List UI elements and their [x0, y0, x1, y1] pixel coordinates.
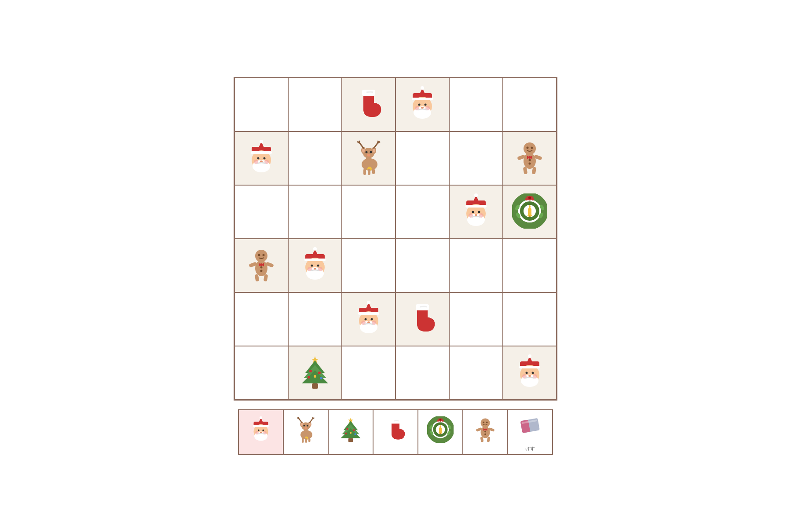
svg-rect-188: [391, 419, 401, 424]
svg-rect-122: [416, 304, 429, 310]
svg-rect-177: [308, 438, 311, 442]
svg-point-85: [255, 250, 267, 262]
grid-cell-3-2[interactable]: [342, 239, 395, 292]
grid-cell-4-5[interactable]: [503, 293, 556, 346]
icon-stocking: [405, 301, 440, 338]
svg-rect-12: [412, 98, 433, 100]
icon-santa: [297, 247, 333, 284]
grid-cell-5-0[interactable]: [235, 346, 288, 399]
grid-cell-1-4[interactable]: [450, 132, 502, 185]
svg-rect-127: [312, 383, 318, 389]
grid-cell-5-1[interactable]: [289, 346, 341, 399]
grid-cell-2-3[interactable]: [396, 186, 449, 238]
svg-point-21: [260, 160, 263, 162]
palette-item-reindeer[interactable]: [284, 410, 328, 454]
palette[interactable]: けす: [238, 409, 553, 455]
svg-point-128: [309, 370, 312, 372]
grid-cell-3-5[interactable]: [503, 239, 556, 292]
grid-cell-4-1[interactable]: [289, 293, 341, 346]
svg-point-151: [258, 430, 260, 431]
svg-point-129: [318, 372, 321, 374]
icon-gingerbread: [512, 140, 547, 177]
svg-point-53: [531, 147, 533, 149]
grid-cell-5-3[interactable]: [396, 346, 449, 399]
grid-cell-3-1[interactable]: [289, 239, 341, 292]
grid-cell-0-1[interactable]: [289, 78, 341, 131]
svg-line-164: [299, 419, 302, 423]
palette-item-stocking[interactable]: [374, 410, 417, 454]
svg-point-198: [440, 433, 441, 434]
svg-rect-0: [362, 90, 375, 96]
palette-item-wreath[interactable]: [418, 410, 462, 454]
svg-point-183: [346, 428, 348, 430]
grid-cell-4-4[interactable]: [450, 293, 502, 346]
svg-point-101: [313, 247, 317, 251]
grid-cell-0-4[interactable]: [450, 78, 502, 131]
grid-cell-2-4[interactable]: [450, 186, 502, 238]
svg-point-141: [528, 375, 531, 377]
grid-cell-2-5[interactable]: [503, 186, 556, 238]
palette-item-gingerbread[interactable]: [463, 410, 507, 454]
svg-point-136: [528, 354, 531, 358]
svg-point-153: [260, 432, 262, 433]
svg-point-9: [421, 107, 424, 109]
svg-rect-182: [348, 438, 353, 442]
svg-line-35: [374, 143, 377, 149]
palette-icon-reindeer: [293, 416, 319, 448]
grid-cell-2-2[interactable]: [342, 186, 395, 238]
grid-cell-1-3[interactable]: [396, 132, 449, 185]
grid-cell-0-0[interactable]: [235, 78, 288, 131]
palette-item-santa[interactable]: [239, 410, 283, 454]
grid-cell-3-4[interactable]: [450, 239, 502, 292]
grid-cell-1-5[interactable]: [503, 132, 556, 185]
icon-tree: [297, 354, 333, 391]
svg-point-52: [527, 147, 529, 149]
svg-point-148: [260, 416, 262, 419]
icon-santa: [351, 301, 386, 338]
grid-cell-5-2[interactable]: [342, 346, 395, 399]
svg-line-37: [377, 141, 378, 143]
svg-rect-43: [363, 169, 366, 175]
palette-item-tree[interactable]: [329, 410, 373, 454]
grid-cell-3-0[interactable]: [235, 239, 288, 292]
grid-cell-5-5[interactable]: [503, 346, 556, 399]
grid-cell-3-3[interactable]: [396, 239, 449, 292]
game-container: けす: [220, 64, 571, 468]
svg-point-185: [350, 432, 352, 434]
icon-reindeer: [351, 140, 386, 177]
sudoku-grid[interactable]: [234, 77, 557, 401]
palette-icon-tree: [337, 416, 364, 448]
svg-line-32: [360, 143, 364, 149]
svg-point-140: [532, 372, 534, 374]
svg-rect-109: [304, 259, 326, 261]
icon-wreath: [512, 193, 547, 230]
svg-point-105: [317, 265, 319, 267]
svg-point-20: [264, 157, 266, 160]
svg-point-214: [484, 431, 486, 433]
grid-cell-0-5[interactable]: [503, 78, 556, 131]
grid-cell-1-0[interactable]: [235, 132, 288, 185]
grid-cell-0-2[interactable]: [342, 78, 395, 131]
grid-cell-1-1[interactable]: [289, 132, 341, 185]
svg-point-77: [528, 197, 531, 199]
svg-point-7: [418, 104, 421, 106]
svg-point-58: [529, 163, 531, 165]
svg-point-139: [526, 372, 528, 374]
svg-rect-144: [519, 366, 540, 368]
svg-rect-196: [440, 425, 441, 427]
grid-cell-5-4[interactable]: [450, 346, 502, 399]
grid-cell-4-0[interactable]: [235, 293, 288, 346]
svg-point-213: [484, 429, 487, 431]
grid-cell-4-2[interactable]: [342, 293, 395, 346]
grid-cell-2-0[interactable]: [235, 186, 288, 238]
svg-rect-156: [253, 425, 269, 427]
grid-cell-1-2[interactable]: [342, 132, 395, 185]
svg-line-169: [312, 417, 313, 419]
svg-rect-24: [251, 151, 272, 154]
grid-cell-0-3[interactable]: [396, 78, 449, 131]
svg-point-171: [307, 425, 308, 426]
palette-item-eraser[interactable]: けす: [508, 410, 552, 454]
grid-cell-4-3[interactable]: [396, 293, 449, 346]
grid-cell-2-1[interactable]: [289, 186, 341, 238]
svg-point-38: [366, 151, 368, 153]
